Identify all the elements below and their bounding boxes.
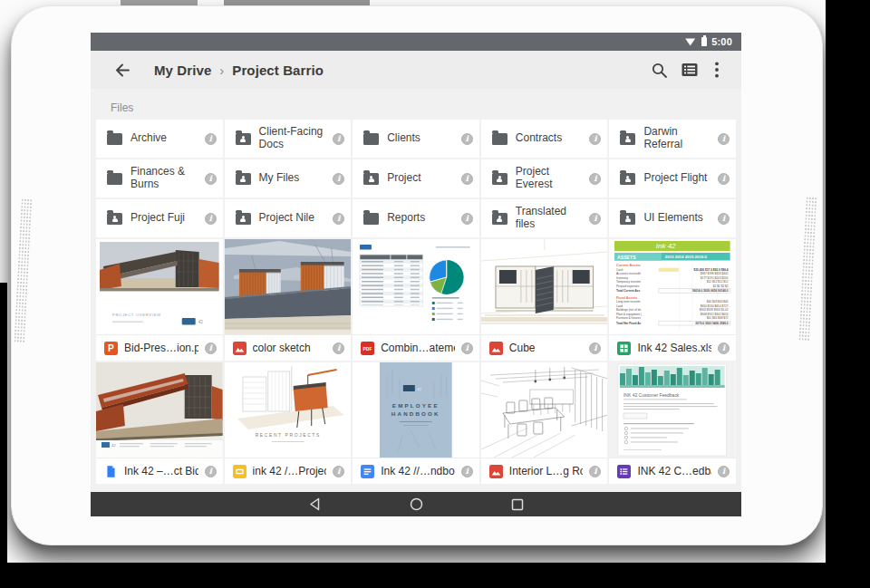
info-icon[interactable] (205, 173, 217, 185)
svg-text:Temporary investm: Temporary investm (616, 280, 641, 284)
file-tile-interior-living-room[interactable]: Interior L…g Room (481, 362, 608, 484)
shared-folder-icon (620, 133, 635, 145)
nav-recents-button[interactable] (508, 496, 527, 513)
folder-tile-translated-files[interactable]: Translated files (481, 199, 608, 237)
info-icon[interactable] (718, 133, 730, 145)
info-icon[interactable] (589, 213, 601, 225)
overflow-menu-icon (715, 62, 719, 78)
svg-text:P: P (108, 343, 114, 353)
info-icon[interactable] (333, 133, 344, 145)
svg-text:$35,456 $37.0 $65.9 $80.4: $35,456 $37.0 $65.9 $80.4 (694, 268, 729, 272)
nav-back-button[interactable] (305, 496, 324, 513)
info-icon[interactable] (333, 173, 344, 185)
list-view-icon (682, 63, 698, 77)
info-icon[interactable] (461, 466, 473, 477)
shared-folder-icon (236, 133, 251, 145)
file-tile-cube[interactable]: Cube (481, 239, 608, 361)
folder-tile-project[interactable]: Project (353, 159, 479, 198)
svg-text:Inventory: Inventory (616, 276, 628, 280)
file-thumbnail (481, 362, 608, 458)
svg-text:42: 42 (417, 387, 421, 391)
folder-name: Reports (387, 212, 453, 225)
nav-home-button[interactable] (407, 496, 425, 513)
info-icon[interactable] (589, 173, 601, 185)
folder-tile-client-facing-docs[interactable]: Client-Facing Docs (225, 120, 352, 158)
info-icon[interactable] (461, 173, 473, 185)
file-tile-customer-feedback[interactable]: INK 42 Customer Feedback (609, 362, 736, 484)
folder-tile-my-files[interactable]: My Files (225, 159, 352, 198)
breadcrumb-root[interactable]: My Drive (154, 63, 211, 78)
file-tile-bid-presentation[interactable]: PROJECT OVERVIEW 42 P Bid-Pres…ion.pptx (96, 239, 223, 361)
folder-tile-project-nile[interactable]: Project Nile (225, 199, 352, 237)
folder-tile-contracts[interactable]: Contracts (481, 120, 608, 158)
svg-text:$367 $396 $426 $402: $367 $396 $426 $402 (701, 272, 729, 275)
pdf-icon: PDF (361, 342, 374, 355)
back-button[interactable] (107, 54, 138, 85)
svg-text:36014.0 5026 6656 90140.0: 36014.0 5026 6656 90140.0 (692, 289, 729, 293)
info-icon[interactable] (205, 342, 217, 354)
file-tile-combined-statement[interactable]: PDF Combin…atement (353, 239, 479, 361)
file-thumbnail: PROJECT OVERVIEW 42 (96, 239, 223, 334)
file-tile-employee-handbook[interactable]: 42 EMPLOYEE HANDBOOK Ink 42 //…ndbook (353, 362, 479, 484)
info-icon[interactable] (718, 342, 730, 354)
info-icon[interactable] (333, 342, 344, 354)
folder-tile-reports[interactable]: Reports (353, 199, 479, 237)
svg-text:2070.0 3003 5406 2580.0: 2070.0 3003 5406 2580.0 (696, 322, 730, 325)
svg-text:Prepaid expenses: Prepaid expenses (616, 284, 640, 288)
info-icon[interactable] (589, 466, 601, 477)
folder-tile-finances-burns[interactable]: Finances & Burns (96, 159, 223, 198)
image-icon (489, 342, 503, 355)
info-icon[interactable] (718, 173, 730, 185)
svg-text:$12 $12 $12 $12: $12 $12 $12 $12 (707, 280, 729, 284)
file-tile-ink42-project-bid[interactable]: 42 Ink 42 –…ct Bid.ai (96, 362, 223, 484)
info-icon[interactable] (718, 466, 730, 477)
svg-text:42: 42 (111, 443, 116, 448)
folder-tile-clients[interactable]: Clients (353, 120, 479, 158)
info-icon[interactable] (589, 133, 601, 145)
file-thumbnail: RECENT PROJECTS (225, 362, 352, 458)
back-arrow-icon (113, 63, 131, 78)
info-icon[interactable] (589, 342, 601, 354)
info-icon[interactable] (461, 342, 473, 354)
status-time: 5:00 (711, 36, 732, 47)
folder-icon (363, 133, 379, 145)
file-name: Bid-Pres…ion.pptx (124, 342, 198, 354)
folder-icon (363, 213, 379, 225)
folder-tile-project-fuji[interactable]: Project Fuji (96, 199, 223, 237)
svg-text:2013 2014 2015 2016.0: 2013 2014 2015 2016.0 (665, 255, 708, 259)
search-button[interactable] (643, 54, 674, 85)
info-icon[interactable] (205, 133, 217, 145)
folder-tile-project-everest[interactable]: Project Everest (481, 159, 608, 198)
svg-text:Buildings (net of de: Buildings (net of de (616, 308, 641, 312)
tablet-screen: 5:00 My Drive › Project Barrio (91, 33, 741, 516)
folder-name: Finances & Burns (130, 166, 197, 191)
svg-text:42: 42 (198, 320, 203, 324)
file-thumbnail (481, 239, 608, 334)
info-icon[interactable] (461, 133, 473, 145)
list-view-button[interactable] (674, 54, 705, 85)
wifi-icon (685, 38, 695, 46)
info-icon[interactable] (205, 466, 217, 477)
file-name: Ink 42 //…ndbook (381, 465, 455, 477)
folder-grid: Archive Client-Facing Docs Clients Contr… (91, 120, 741, 237)
folder-tile-ui-elements[interactable]: UI Elements (609, 199, 736, 237)
info-icon[interactable] (205, 213, 217, 225)
overflow-menu-button[interactable] (705, 54, 729, 85)
folder-name: Project (387, 172, 453, 185)
file-tile-color-sketch[interactable]: color sketch (225, 239, 352, 361)
svg-text:Land: Land (616, 304, 623, 308)
folder-tile-darwin-referral[interactable]: Darwin Referral (609, 120, 736, 158)
search-icon (651, 62, 668, 79)
info-icon[interactable] (333, 466, 344, 477)
shared-folder-icon (236, 173, 251, 185)
file-tile-ink42-sales[interactable]: Ink 42 ASSETS 2013 2014 2015 2016.0 Curr… (609, 239, 736, 361)
folder-tile-project-flight[interactable]: Project Flight (609, 159, 736, 198)
file-thumbnail: Ink 42 ASSETS 2013 2014 2015 2016.0 Curr… (609, 239, 736, 334)
svg-text:$40 $43 $43 $45: $40 $43 $43 $45 (707, 300, 729, 304)
info-icon[interactable] (718, 213, 730, 225)
folder-tile-archive[interactable]: Archive (96, 120, 223, 158)
file-tile-ink42-recent-projects[interactable]: RECENT PROJECTS ink 42 /…Projects (225, 362, 352, 484)
info-icon[interactable] (461, 213, 473, 225)
image-icon (489, 465, 503, 478)
info-icon[interactable] (333, 213, 344, 225)
